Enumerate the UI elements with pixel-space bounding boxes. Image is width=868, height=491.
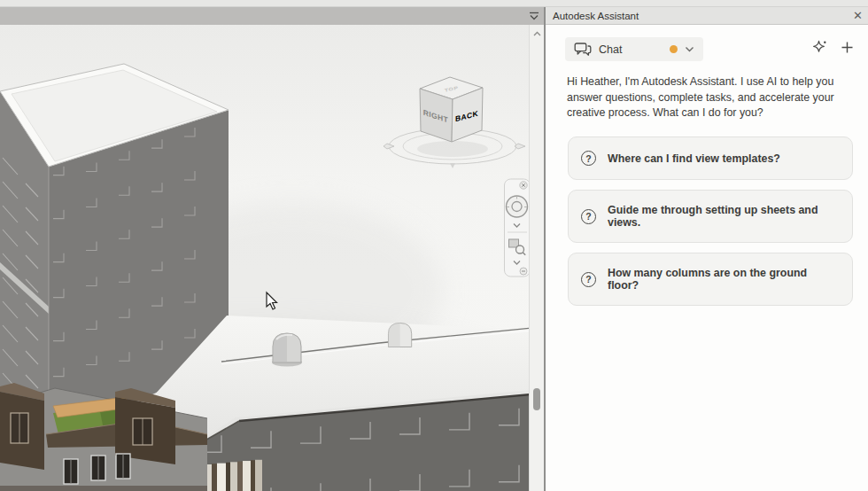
scrollbar-thumb[interactable] <box>533 388 540 410</box>
assistant-toolbar: Chat <box>565 37 856 61</box>
scroll-up-arrow-icon[interactable] <box>531 27 543 39</box>
ai-sparkle-button[interactable] <box>812 40 827 58</box>
suggestion-cards: ? Where can I find view templates? ? Gui… <box>568 136 853 306</box>
roof-vent-left <box>272 333 302 367</box>
close-icon[interactable]: ✕ <box>853 8 863 23</box>
navigation-bar[interactable] <box>505 179 530 277</box>
steering-wheel-button[interactable] <box>507 196 528 217</box>
assistant-greeting: Hi Heather, I'm Autodesk Assistant. I us… <box>567 74 864 121</box>
chat-mode-selector[interactable]: Chat <box>565 37 703 61</box>
revit-window: TOP RIGHT BACK <box>0 0 868 491</box>
navbar-options-icon[interactable] <box>520 268 527 275</box>
chat-bubbles-icon <box>574 42 592 57</box>
suggestion-label: Where can I find view templates? <box>608 152 780 165</box>
autodesk-assistant-panel: Autodesk Assistant ✕ Chat <box>544 7 868 491</box>
chat-status-dot <box>670 45 678 53</box>
assistant-body: Chat <box>546 37 868 306</box>
3d-model-viewport[interactable]: TOP RIGHT BACK <box>0 25 529 491</box>
chat-mode-label: Chat <box>599 43 622 56</box>
suggestion-label: Guide me through setting up sheets and v… <box>608 204 840 229</box>
new-chat-button[interactable] <box>841 41 854 58</box>
window-top-strip <box>0 0 868 7</box>
sparkle-icon <box>812 40 827 55</box>
panel-title: Autodesk Assistant <box>553 11 639 21</box>
suggestion-label: How many columns are on the ground floor… <box>608 267 840 292</box>
viewport-header-bar <box>0 7 544 25</box>
suggestion-card-view-templates[interactable]: ? Where can I find view templates? <box>568 136 853 180</box>
collapse-panel-icon[interactable] <box>526 10 542 22</box>
roof-vent-right <box>388 323 411 347</box>
suggestion-card-sheets-views[interactable]: ? Guide me through setting up sheets and… <box>568 190 853 243</box>
plus-icon <box>841 41 854 54</box>
question-icon: ? <box>581 209 596 224</box>
viewport-vertical-scrollbar[interactable] <box>529 25 544 491</box>
balcony-louver-stripes <box>204 460 262 491</box>
chevron-down-icon <box>685 46 694 52</box>
question-icon: ? <box>581 272 596 287</box>
question-icon: ? <box>581 151 596 166</box>
navbar-close-icon[interactable] <box>520 182 527 189</box>
assistant-actions <box>812 40 856 58</box>
viewcube[interactable]: TOP RIGHT BACK <box>417 77 488 157</box>
suggestion-card-columns[interactable]: ? How many columns are on the ground flo… <box>568 253 853 306</box>
panel-titlebar: Autodesk Assistant ✕ <box>546 7 868 25</box>
